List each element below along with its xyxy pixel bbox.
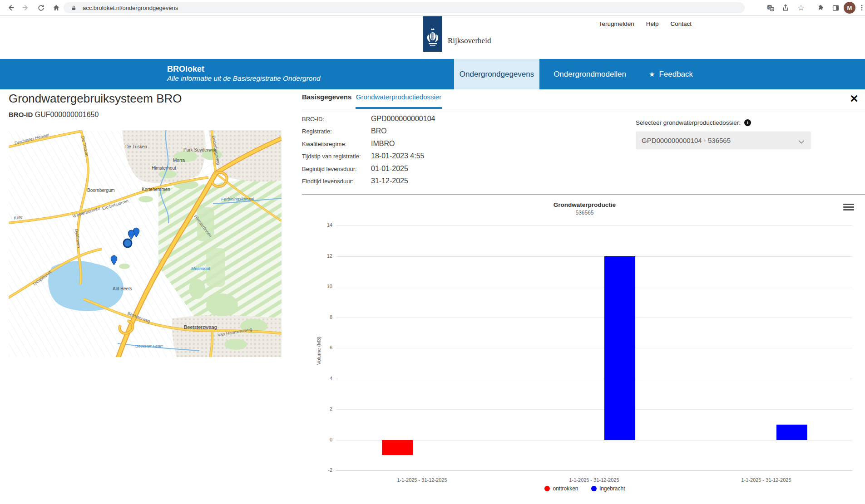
map-label: Morra [173, 158, 185, 163]
header-link-terugmelden[interactable]: Terugmelden [599, 20, 634, 27]
bro-id: BRO-ID GUF000000001650 [9, 111, 99, 119]
map-label: Mearsleat [191, 266, 210, 271]
gridline [336, 287, 852, 287]
page-title: Grondwatergebruiksysteem BRO [9, 92, 182, 106]
map-label: Ferbiningskanaal [221, 196, 254, 201]
x-axis-label: 1-1-2025 - 31-12-2025 [712, 477, 821, 483]
y-axis-tick: 12 [312, 253, 332, 259]
gridline [336, 318, 852, 318]
detail-row: BRO-ID:GPD000000000104 [302, 115, 435, 127]
y-axis-tick: -2 [312, 467, 332, 473]
bookmark-star-icon[interactable]: ☆ [796, 2, 806, 13]
detail-label: BRO-ID: [302, 116, 371, 122]
detail-label: Tijdstip van registratie: [302, 153, 371, 160]
detail-value: 01-01-2025 [371, 165, 408, 173]
page: acc.broloket.nl/ondergrondgegevens GA ☆ … [0, 0, 865, 504]
details-list: BRO-ID:GPD000000000104Registratie:BROKwa… [302, 115, 435, 189]
detail-value: GPD000000000104 [371, 115, 435, 123]
detail-row: Kwaliteitsregime:IMBRO [302, 140, 435, 152]
header-link-contact[interactable]: Contact [670, 20, 692, 27]
header-link-help[interactable]: Help [646, 20, 659, 27]
bar-ingebracht[interactable] [776, 425, 807, 440]
dossier-selector-label: Selecteer grondwaterproductiedossier: i [636, 119, 751, 126]
detail-row: Registratie:BRO [302, 127, 435, 139]
site-header: Rijksoverheid TerugmeldenHelpContact [0, 16, 865, 59]
divider [302, 194, 865, 195]
map-label: Beetster Feart [135, 343, 163, 348]
nav-tab-feedback[interactable]: ★Feedback [640, 59, 702, 89]
detail-row: Begintijd levensduur:01-01-2025 [302, 165, 435, 177]
url-text: acc.broloket.nl/ondergrondgegevens [83, 5, 178, 11]
browser-toolbar: acc.broloket.nl/ondergrondgegevens GA ☆ … [0, 0, 865, 16]
detail-value: IMBRO [371, 140, 395, 148]
gridline [336, 470, 852, 471]
map-label: Beetsterzwaag [184, 324, 217, 330]
detail-label: Eindtijd levensduur: [302, 178, 371, 185]
side-panel-icon[interactable] [830, 2, 841, 13]
y-axis-tick: 6 [312, 345, 332, 350]
rijksoverheid-logo [423, 16, 442, 52]
brand-subtitle: Alle informatie uit de Basisregistratie … [167, 74, 321, 83]
info-icon[interactable]: i [744, 119, 751, 126]
logo-wordmark: Rijksoverheid [448, 36, 491, 45]
dossier-select[interactable]: GPD000000000104 - 536565 [636, 132, 811, 149]
grondwaterproductie-chart: Grondwaterproductie 536565 Volume (M3) o… [309, 200, 860, 501]
tab-basisgegevens[interactable]: Basisgegevens [302, 93, 351, 108]
translate-icon[interactable]: GA [765, 2, 776, 13]
home-icon[interactable] [51, 2, 62, 13]
nav-tabs: OndergrondgegevensOndergrondmodellen★Fee… [454, 59, 702, 89]
map-label: Kortehemmen [142, 187, 170, 192]
detail-value: 18-01-2023 4:55 [371, 152, 424, 160]
detail-label: Begintijd levensduur: [302, 166, 371, 172]
close-icon[interactable]: × [846, 91, 862, 106]
location-map[interactable]: Drachtster HeaweiDe TriskenDe TriskenPar… [9, 130, 282, 357]
gridline [336, 379, 852, 379]
nav-tab-ondergrondgegevens[interactable]: Ondergrondgegevens [454, 59, 539, 89]
nav-tab-ondergrondmodellen[interactable]: Ondergrondmodellen [539, 59, 640, 89]
bar-ingebracht[interactable] [604, 256, 635, 440]
detail-label: Registratie: [302, 128, 371, 135]
brand-title: BROloket [167, 64, 321, 74]
back-icon[interactable] [5, 2, 16, 13]
x-axis-label: 1-1-2025 - 31-12-2025 [540, 477, 649, 483]
legend-item-ingebracht[interactable]: ingebracht [591, 485, 625, 492]
brand[interactable]: BROloket Alle informatie uit de Basisreg… [167, 64, 321, 83]
y-axis-tick: 2 [312, 406, 332, 411]
bar-onttrokken[interactable] [382, 440, 413, 455]
bro-id-value: GUF000000001650 [35, 111, 99, 118]
legend-label: ingebracht [600, 485, 625, 492]
header-links: TerugmeldenHelpContact [599, 20, 692, 27]
forward-icon[interactable] [20, 2, 31, 13]
detail-row: Tijdstip van registratie:18-01-2023 4:55 [302, 152, 435, 164]
detail-value: 31-12-2025 [371, 177, 408, 185]
url-bar[interactable]: acc.broloket.nl/ondergrondgegevens [64, 2, 745, 13]
gridline [336, 348, 852, 348]
extensions-puzzle-icon[interactable] [815, 2, 825, 13]
star-icon: ★ [649, 70, 655, 78]
dossier-selector-label-text: Selecteer grondwaterproductiedossier: [636, 119, 741, 126]
legend-item-onttrokken[interactable]: onttrokken [544, 485, 578, 492]
chevron-down-icon [798, 138, 805, 146]
y-axis-tick: 14 [312, 222, 332, 228]
y-axis-tick: 0 [312, 437, 332, 442]
dossier-select-value: GPD000000000104 - 536565 [642, 137, 731, 144]
profile-avatar[interactable]: M [844, 2, 855, 14]
reload-icon[interactable] [35, 2, 46, 13]
share-icon[interactable] [780, 2, 791, 13]
main-navbar: BROloket Alle informatie uit de Basisreg… [0, 59, 865, 89]
tab-grondwaterproductiedossier[interactable]: Grondwaterproductiedossier [356, 93, 442, 109]
bro-id-label: BRO-ID [9, 111, 33, 118]
x-axis-label: 1-1-2025 - 31-12-2025 [368, 477, 477, 483]
chart-subtitle: 536565 [309, 210, 860, 216]
map-label: Park Suyderwijk [183, 147, 217, 152]
panel-tabs: Basisgegevens Grondwaterproductiedossier [302, 93, 865, 109]
legend-dot [591, 486, 597, 491]
map-marker-circle[interactable] [124, 239, 132, 247]
legend-dot [544, 486, 549, 491]
gridline [336, 409, 852, 410]
detail-value: BRO [371, 127, 387, 135]
svg-text:A: A [771, 7, 773, 10]
chart-context-menu-icon[interactable] [843, 202, 854, 212]
kebab-menu-icon[interactable] [856, 2, 865, 13]
y-axis-tick: 4 [312, 376, 332, 381]
